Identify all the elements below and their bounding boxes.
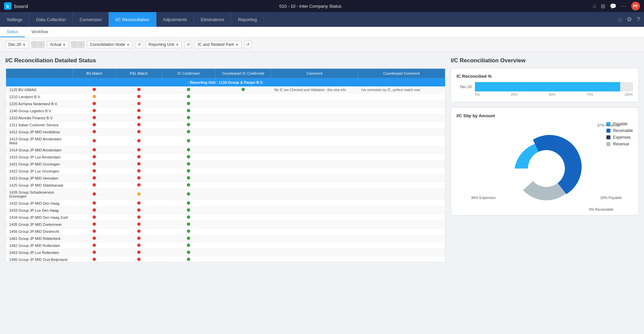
- table-row[interactable]: 1435 Group JP MID Zoetermeer: [6, 221, 445, 228]
- table-row[interactable]: 1462 Group JP MID Rotterdam: [6, 242, 445, 249]
- period-prev[interactable]: ‹: [32, 42, 38, 48]
- nav-settings-icon[interactable]: ⚙: [627, 16, 632, 23]
- table-row[interactable]: 1413 Group JP MID Amsterdam West: [6, 136, 445, 147]
- subnav-status[interactable]: Status: [0, 27, 25, 37]
- dot-red: [93, 123, 96, 126]
- x-0: 0%: [475, 93, 480, 96]
- cell-ic: [162, 214, 215, 221]
- dot-green: [187, 176, 190, 180]
- table-row[interactable]: 1414 Group JP MID Amsterdam: [6, 147, 445, 154]
- table-row[interactable]: 1456 Group JP MID Dordrecht: [6, 228, 445, 235]
- user-avatar[interactable]: PF: [631, 2, 640, 10]
- table-wrapper[interactable]: BS Match P&L Match IC Confirmed Counterp…: [5, 68, 445, 262]
- ru-dropdown-arrow: ▼: [176, 43, 179, 47]
- nav-eliminations[interactable]: Eliminations: [194, 12, 231, 27]
- period-next[interactable]: ›: [38, 42, 44, 48]
- dot-green: [187, 88, 190, 91]
- cell-cic: [215, 147, 271, 154]
- dot-green: [187, 201, 190, 205]
- cell-ic: [162, 182, 215, 189]
- home-icon[interactable]: ⌂: [593, 3, 596, 9]
- table-row[interactable]: 1426 Group Schadeservice Groningen: [6, 189, 445, 200]
- bar-fill: [475, 82, 620, 91]
- version-next[interactable]: ›: [78, 42, 84, 48]
- cell-bs: [73, 207, 116, 214]
- grid-icon[interactable]: ⊞: [601, 3, 605, 9]
- table-row[interactable]: 1120 BV GIMAG My IC are Checked and Vali…: [6, 86, 445, 93]
- cell-pl: [116, 115, 162, 122]
- table-row[interactable]: 1311 Italian Customer Service: [6, 122, 445, 129]
- cell-ic: [162, 161, 215, 168]
- dot-red: [137, 201, 141, 205]
- table-row[interactable]: 1210 Landport B.V.: [6, 93, 445, 101]
- table-row[interactable]: 1415 Group JP Lux Amsterdam: [6, 154, 445, 161]
- table-row[interactable]: 1433 Group JP Lux Den Haag: [6, 207, 445, 214]
- table-row[interactable]: 1220 AoYama Nederland B.V.: [6, 101, 445, 108]
- nav-settings[interactable]: Settings: [0, 12, 30, 27]
- cell-ccomment: [358, 129, 445, 136]
- cell-comment: My IC are Checked and Validated - this n…: [271, 86, 358, 93]
- table-row[interactable]: 1423 Group JP MID Veendam: [6, 175, 445, 182]
- table-row[interactable]: 1240 Group Logistics B.V.: [6, 108, 445, 115]
- consolidation-refresh[interactable]: ↺: [136, 41, 143, 48]
- cell-ic: [162, 129, 215, 136]
- row-name: 1413 Group JP MID Amsterdam West: [6, 136, 73, 147]
- table-row[interactable]: 1434 Group JP MID Den Haag Zuid: [6, 214, 445, 221]
- dot-red: [93, 176, 96, 180]
- cell-ic: [162, 256, 215, 263]
- nav-ic-reconciliation[interactable]: I/C Reconciliation: [109, 12, 156, 27]
- dot-red: [137, 176, 141, 180]
- dot-green: [187, 244, 190, 247]
- donut-chart-title: I/C Slip by Amount: [457, 113, 633, 118]
- table-row[interactable]: 1466 Group JP MID Oud-Beijerland: [6, 256, 445, 263]
- cell-bs: [73, 129, 116, 136]
- row-name: 1461 Group JP MID Ridderkerk: [6, 235, 73, 242]
- cell-bs: [73, 214, 116, 221]
- nav-data-collection[interactable]: Data Collection: [30, 12, 73, 27]
- dot-green: [187, 116, 190, 119]
- table-row[interactable]: 1421 Group JP MID Groningen: [6, 161, 445, 168]
- period-filter[interactable]: Dec.20 ▼: [5, 41, 29, 48]
- nav-conversion[interactable]: Conversion: [73, 12, 109, 27]
- bar-chart-section: IC Reconcilied % Dec.20 0% 25% 50% 75% 1…: [451, 68, 639, 102]
- nav-reporting[interactable]: Reporting: [231, 12, 264, 27]
- row-name: 1466 Group JP MID Oud-Beijerland: [6, 256, 73, 263]
- table-row[interactable]: 1412 Group JP MID Hoofddorp: [6, 129, 445, 136]
- period-dropdown-arrow: ▼: [22, 43, 26, 47]
- consolidation-node-filter[interactable]: Consolidation Node ▼: [87, 41, 133, 48]
- cell-bs: [73, 168, 116, 175]
- table-row[interactable]: 1463 Group JP Lux Rotterdam: [6, 249, 445, 256]
- version-filter[interactable]: Actual ▼: [47, 41, 69, 48]
- cell-ccomment: [358, 122, 445, 129]
- table-row[interactable]: 1432 Group JP MID Den Haag: [6, 200, 445, 207]
- reporting-unit-filter[interactable]: Reporting Unit ▼: [146, 41, 182, 48]
- cell-pl: [116, 108, 162, 115]
- cn-dropdown-arrow: ▼: [126, 43, 130, 47]
- cell-ic: [162, 168, 215, 175]
- nav-help-icon[interactable]: ?: [637, 16, 640, 23]
- row-name: 1423 Group JP MID Veendam: [6, 175, 73, 182]
- table-row[interactable]: 1310 Alcredis Finance B.V.: [6, 115, 445, 122]
- cell-pl: [116, 189, 162, 200]
- dot-green: [241, 88, 245, 91]
- table-row[interactable]: 1422 Group JP Lux Groningen: [6, 168, 445, 175]
- cell-pl: [116, 228, 162, 235]
- cell-ic: [162, 101, 215, 108]
- ic-refresh[interactable]: ↺: [244, 41, 252, 48]
- chat-icon[interactable]: 💬: [610, 3, 616, 9]
- table-row[interactable]: 1461 Group JP MID Ridderkerk: [6, 235, 445, 242]
- cell-ccomment: [358, 136, 445, 147]
- cell-bs: [73, 189, 116, 200]
- dot-red: [93, 215, 96, 219]
- reporting-unit-refresh[interactable]: ↺: [184, 41, 192, 48]
- nav-adjustments[interactable]: Adjustments: [156, 12, 194, 27]
- more-icon[interactable]: ⋯: [621, 3, 627, 9]
- cell-comment: [271, 168, 358, 175]
- cell-ccomment: [358, 242, 445, 249]
- ic-related-filter[interactable]: IC and Related Parti ▼: [195, 41, 241, 48]
- subnav-workflow[interactable]: Workflow: [25, 27, 55, 37]
- table-row[interactable]: 1425 Group JP MID Stadskanaal: [6, 182, 445, 189]
- nav-home-icon[interactable]: ⌂: [618, 16, 622, 23]
- dot-green: [187, 251, 190, 254]
- version-prev[interactable]: ‹: [71, 42, 77, 48]
